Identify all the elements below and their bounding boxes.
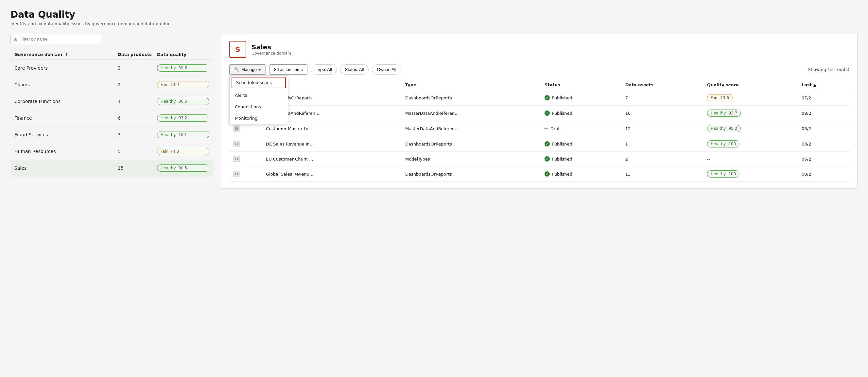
- dropdown-alerts[interactable]: Alerts: [229, 90, 288, 101]
- domain-row[interactable]: Care Providers 3 Healthy 89.6: [10, 60, 213, 76]
- col-quality-score: Quality score: [703, 80, 798, 90]
- quality-label: Healthy: [161, 132, 176, 137]
- manage-button[interactable]: 🔧 Manage ▾: [229, 64, 266, 74]
- action-items-button[interactable]: 86 action items: [269, 64, 307, 74]
- filter-wrap: ⊘: [10, 34, 102, 44]
- dropdown-connections[interactable]: Connections: [229, 101, 288, 113]
- status-cell: ✓ Published: [545, 111, 618, 116]
- row-name-cell: Global Sales Revenu...: [262, 166, 401, 182]
- quality-score: 89.6: [179, 66, 187, 70]
- row-icon-cell: ⊡: [229, 136, 262, 152]
- row-assets-cell: 13: [621, 166, 703, 182]
- left-table-header: Governance domain ↑ Data products Data q…: [10, 50, 213, 60]
- manage-label: Manage: [241, 67, 257, 72]
- col-type: Type: [401, 80, 540, 90]
- row-status-cell: ✓ Published: [540, 105, 621, 121]
- status-text: Published: [552, 142, 572, 147]
- domain-row[interactable]: Sales 15 Healthy 90.5: [10, 160, 213, 177]
- table-row[interactable]: ⊡ EU Customer Churn ... ModelTypes ✓ Pub…: [229, 152, 849, 166]
- dropdown-monitoring[interactable]: Monitoring: [229, 113, 288, 124]
- domain-row-count: 4: [118, 99, 157, 104]
- filter-input[interactable]: [10, 34, 102, 44]
- domain-row-name: Corporate Functions: [14, 99, 118, 104]
- quality-label: Healthy: [711, 172, 726, 176]
- col-assets: Data assets: [621, 80, 703, 90]
- quality-label: Healthy: [711, 142, 726, 146]
- row-type-cell: DashboardsOrReports: [401, 90, 540, 105]
- row-type-cell: DashboardsOrReports: [401, 166, 540, 182]
- domain-row-name: Fraud Services: [14, 132, 118, 137]
- status-filter-button[interactable]: Status: All: [340, 64, 369, 74]
- col-status: Status: [540, 80, 621, 90]
- row-quality-cell: Healthy 100: [703, 166, 798, 182]
- published-icon: ✓: [545, 141, 550, 147]
- domain-info: Sales Governance domain: [251, 43, 291, 56]
- table-row[interactable]: ⊡ DE Sales Revenue In... DashboardsOrRep…: [229, 136, 849, 152]
- domain-row-badge: Healthy 89.6: [157, 64, 209, 72]
- quality-score: 73.6: [720, 95, 729, 100]
- domain-row-badge: Healthy 93.2: [157, 115, 209, 122]
- status-cell: ✓ Published: [545, 95, 618, 100]
- row-assets-cell: 7: [621, 90, 703, 105]
- row-icon-cell: ⊡: [229, 166, 262, 182]
- row-quality-cell: Fair 73.6: [703, 90, 798, 105]
- domain-row[interactable]: Claims 2 Fair 73.9: [10, 76, 213, 93]
- published-icon: ✓: [545, 156, 550, 161]
- domain-row-badge: Fair 74.3: [157, 148, 209, 155]
- products-table: Name Type Status Data assets Quality sco…: [229, 80, 849, 182]
- filter-icon: ⊘: [14, 37, 17, 41]
- row-assets-cell: 12: [621, 121, 703, 136]
- domain-avatar: S: [229, 41, 246, 58]
- col-products: Data products: [118, 52, 157, 57]
- quality-score: 73.9: [170, 83, 179, 87]
- status-text: Draft: [551, 126, 561, 131]
- draft-icon: ✏: [545, 126, 549, 131]
- quality-label: Healthy: [161, 66, 176, 70]
- domain-row[interactable]: Fraud Services 3 Healthy 100: [10, 127, 213, 143]
- domain-row[interactable]: Corporate Functions 4 Healthy 86.5: [10, 93, 213, 110]
- published-icon: ✓: [545, 111, 550, 116]
- domain-row[interactable]: Human Resources 5 Fair 74.3: [10, 143, 213, 160]
- quality-score: 93.2: [179, 116, 187, 120]
- quality-score: 100: [728, 142, 736, 146]
- owner-filter-button[interactable]: Owner: All: [372, 64, 401, 74]
- col-domain: Governance domain ↑: [14, 52, 118, 57]
- status-cell: ✓ Published: [545, 171, 618, 177]
- domain-row-badge: Healthy 90.5: [157, 164, 209, 172]
- published-icon: ✓: [545, 95, 550, 100]
- row-last-cell: 07/2: [798, 90, 849, 105]
- row-quality-cell: Healthy 95.2: [703, 121, 798, 136]
- quality-score: 74.3: [170, 149, 179, 154]
- domain-header: S Sales Governance domain: [229, 41, 849, 58]
- quality-score: 92.7: [728, 111, 737, 116]
- quality-badge: Fair 73.6: [707, 94, 733, 101]
- row-status-cell: ✏ Draft: [540, 121, 621, 136]
- products-table-wrap: Name Type Status Data assets Quality sco…: [229, 80, 849, 182]
- quality-badge: Healthy 95.2: [707, 125, 741, 132]
- domain-name: Sales: [251, 43, 291, 51]
- page-title: Data Quality: [10, 9, 858, 20]
- table-row[interactable]: MasterDataAndReferen... MasterDataAndRef…: [229, 105, 849, 121]
- row-name-cell: DE Sales Revenue In...: [262, 136, 401, 152]
- quality-label: Fair: [711, 95, 718, 100]
- quality-label: Fair: [161, 149, 167, 154]
- table-row[interactable]: ⊡ Customer Master List MasterDataAndRefe…: [229, 121, 849, 136]
- dropdown-scheduled-scans[interactable]: Scheduled scans: [231, 77, 286, 88]
- domain-row-count: 6: [118, 116, 157, 121]
- right-panel: S Sales Governance domain 🔧 Manage ▾ Sch…: [221, 34, 858, 189]
- published-icon: ✓: [545, 171, 550, 177]
- type-filter-button[interactable]: Type: All: [311, 64, 337, 74]
- domain-row-badge: Healthy 86.5: [157, 98, 209, 105]
- row-status-cell: ✓ Published: [540, 136, 621, 152]
- quality-score: 90.5: [179, 166, 187, 170]
- product-icon: ⊡: [233, 140, 240, 147]
- quality-score: 95.2: [728, 126, 737, 131]
- quality-na: --: [707, 157, 710, 161]
- table-row[interactable]: ⊡ Global Sales Revenu... DashboardsOrRep…: [229, 166, 849, 182]
- domain-row-badge: Fair 73.9: [157, 81, 209, 88]
- product-icon: ⊡: [233, 125, 240, 132]
- row-assets-cell: 1: [621, 136, 703, 152]
- domain-row-name: Sales: [14, 165, 118, 171]
- table-row[interactable]: DashboardsOrReports DashboardsOrReports …: [229, 90, 849, 105]
- domain-row[interactable]: Finance 6 Healthy 93.2: [10, 110, 213, 127]
